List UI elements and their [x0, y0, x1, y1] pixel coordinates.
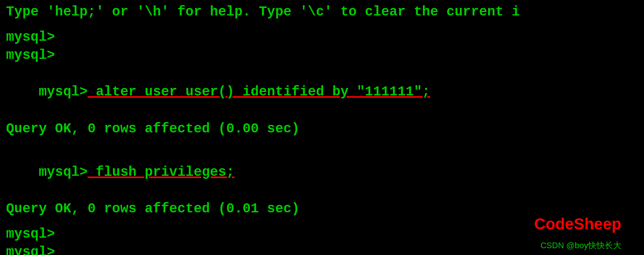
alter-command-line: mysql> alter user user() identified by "… [6, 65, 638, 120]
prompt-text-4: mysql> [6, 244, 55, 255]
flush-command-line: mysql> flush privileges; [6, 145, 638, 200]
prompt-line-2: mysql> [6, 46, 638, 65]
blank-line-2 [6, 138, 638, 145]
flush-prompt: mysql> [39, 164, 88, 180]
prompt-line-1: mysql> [6, 28, 638, 47]
terminal-window[interactable]: Type 'help;' or '\h' for help. Type '\c'… [0, 0, 644, 255]
prompt-text-2: mysql> [6, 48, 55, 63]
codesheep-watermark: CodeSheep [534, 215, 621, 233]
csdn-label: CSDN @boy快快长大 [541, 240, 621, 251]
blank-line-1 [6, 22, 638, 28]
help-line: Type 'help;' or '\h' for help. Type '\c'… [6, 3, 638, 22]
prompt-text: mysql> [6, 29, 55, 45]
alter-prompt: mysql> [39, 84, 88, 100]
alter-command-text: alter user user() identified by "111111"… [88, 84, 430, 100]
flush-command-text: flush privileges; [88, 164, 234, 180]
prompt-text-3: mysql> [6, 226, 55, 242]
alter-result-line: Query OK, 0 rows affected (0.00 sec) [6, 120, 638, 138]
